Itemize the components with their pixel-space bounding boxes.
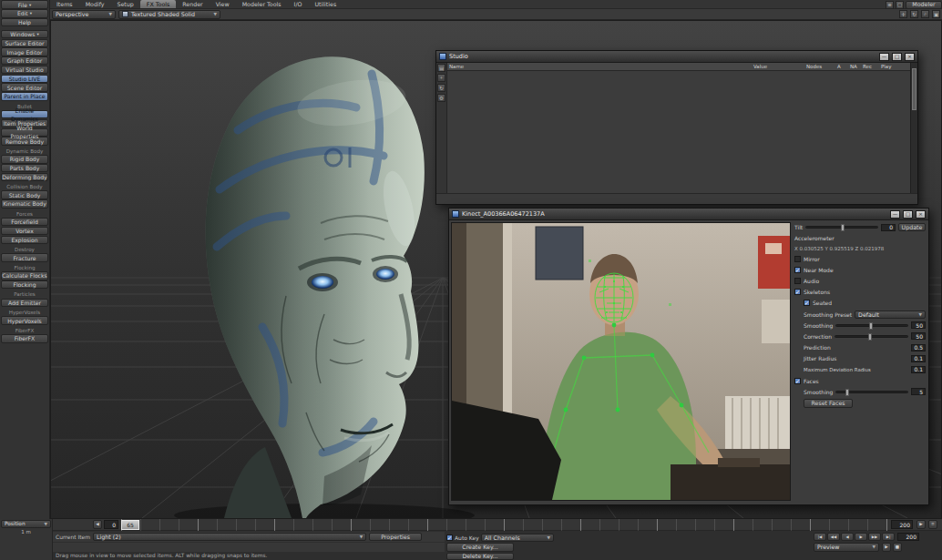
modeler-button[interactable]: Modeler <box>906 1 942 9</box>
smoothing-slider[interactable] <box>835 324 908 327</box>
sidebar-item-image-editor[interactable]: Image Editor <box>1 47 48 56</box>
autokey-checkbox[interactable]: ✓ <box>446 535 453 541</box>
tab-render[interactable]: Render <box>176 0 209 8</box>
sidebar-item-enable-dynamics[interactable]: Enable Dynamics <box>1 110 48 118</box>
studio-window[interactable]: Studio — □ × ▤ ＋ ↻ ⚙ NameValueNodesANARe… <box>435 50 918 205</box>
sidebar-item-studio-live[interactable]: Studio LIVE <box>1 75 48 83</box>
correction-value[interactable]: 50 <box>911 332 926 340</box>
jump-end-icon[interactable]: ▶| <box>882 533 895 541</box>
rotate-view-icon[interactable]: ↻ <box>910 10 918 18</box>
shading-mode-dropdown[interactable]: Textured Shaded Solid▼ <box>118 10 220 19</box>
current-item-dropdown[interactable]: Light (2)▼ <box>93 533 366 542</box>
timeline-step-back-icon[interactable]: ◀ <box>93 520 102 529</box>
pan-view-icon[interactable]: ✛ <box>899 10 907 18</box>
delete-key-button[interactable]: Delete Key... <box>446 553 514 560</box>
near-mode-checkbox[interactable]: ✓ <box>794 267 801 273</box>
alien-head-model[interactable] <box>174 56 475 518</box>
tab-i-o[interactable]: I/O <box>288 0 309 8</box>
close-icon[interactable]: × <box>905 53 915 61</box>
sidebar-item-add-emitter[interactable]: Add Emitter <box>1 299 48 307</box>
view-mode-dropdown[interactable]: Perspective▼ <box>52 10 116 19</box>
sidebar-item-flocking[interactable]: Flocking <box>1 280 48 289</box>
timeline-scrub-handle[interactable]: 65 <box>121 520 139 530</box>
tab-items[interactable]: Items <box>50 0 79 8</box>
tab-modify[interactable]: Modify <box>79 0 111 8</box>
sidebar-item-vortex[interactable]: Vortex <box>1 227 48 235</box>
timeline-end-field[interactable]: 200 <box>891 520 913 529</box>
studio-titlebar[interactable]: Studio — □ × <box>436 51 917 63</box>
prediction-value[interactable]: 0.5 <box>911 344 926 351</box>
update-button[interactable]: Update <box>898 223 926 231</box>
create-key-button[interactable]: Create Key... <box>446 543 514 552</box>
skeletons-checkbox[interactable]: ✓ <box>794 289 801 295</box>
close-icon[interactable]: × <box>916 210 926 219</box>
smoothing-preset-dropdown[interactable]: Default▼ <box>855 311 926 319</box>
edit-menu-button[interactable]: Edit▾ <box>1 9 48 17</box>
properties-button[interactable]: Properties <box>369 533 422 542</box>
correction-slider[interactable] <box>834 335 908 338</box>
mirror-checkbox[interactable] <box>794 256 801 262</box>
maximize-icon[interactable]: □ <box>892 53 902 61</box>
kinect-titlebar[interactable]: Kinect_A00366A06472137A — □ × <box>449 209 928 220</box>
window-layout-icon[interactable]: ▢ <box>896 1 904 9</box>
sidebar-item-remove-body[interactable]: Remove Body <box>1 137 48 145</box>
sidebar-item-rigid-body[interactable]: Rigid Body <box>1 155 48 163</box>
studio-refresh-icon[interactable]: ↻ <box>437 84 445 92</box>
faces-checkbox[interactable]: ✓ <box>794 378 801 384</box>
timeline-ruler[interactable]: 65 <box>121 519 888 531</box>
sidebar-item-fracture[interactable]: Fracture <box>1 253 48 261</box>
sidebar-item-surface-editor[interactable]: Surface Editor <box>1 39 48 47</box>
studio-list-icon[interactable]: ▤ <box>437 64 445 72</box>
play-forward-icon[interactable]: ▶ <box>855 533 867 541</box>
sidebar-item-scene-editor[interactable]: Scene Editor <box>1 83 48 91</box>
sidebar-item-hypervoxels[interactable]: HyperVoxels <box>1 316 48 324</box>
frame-field[interactable]: 200 <box>897 533 919 541</box>
jump-start-icon[interactable]: |◀ <box>814 533 826 541</box>
kinect-window[interactable]: Kinect_A00366A06472137A — □ × <box>448 208 929 505</box>
maximize-icon[interactable]: □ <box>903 210 913 219</box>
autokey-channels-dropdown[interactable]: All Channels▼ <box>481 534 554 542</box>
tab-modeler-tools[interactable]: Modeler Tools <box>236 0 288 8</box>
preview-stop-icon[interactable]: ■ <box>893 543 902 552</box>
tab-utilities[interactable]: Utilities <box>308 0 343 8</box>
tilt-value[interactable]: 0 <box>881 224 896 231</box>
minimize-icon[interactable]: — <box>890 210 900 219</box>
sidebar-item-kinematic-body[interactable]: Kinematic Body <box>1 199 48 208</box>
jitter-radius-value[interactable]: 0.1 <box>911 355 926 362</box>
studio-scrollbar[interactable] <box>910 63 917 193</box>
sidebar-item-static-body[interactable]: Static Body <box>1 190 48 199</box>
position-mode-dropdown[interactable]: Position▼ <box>1 520 51 528</box>
sidebar-item-graph-editor[interactable]: Graph Editor <box>1 56 48 65</box>
sidebar-item-forcefield[interactable]: Forcefield <box>1 218 48 226</box>
file-menu-button[interactable]: File▾ <box>1 0 48 8</box>
faces-smoothing-slider[interactable] <box>835 391 908 393</box>
sidebar-item-deforming-body[interactable]: Deforming Body <box>1 173 48 181</box>
help-menu-button[interactable]: Help <box>1 18 48 26</box>
timeline-options-icon[interactable]: ≡ <box>928 520 937 529</box>
preview-dropdown[interactable]: Preview▼ <box>814 543 879 552</box>
sidebar-item-world-properties[interactable]: World Properties <box>1 128 48 137</box>
smoothing-value[interactable]: 50 <box>911 321 926 329</box>
sidebar-item-explosion[interactable]: Explosion <box>1 236 48 244</box>
faces-smoothing-value[interactable]: 5 <box>911 388 926 395</box>
tilt-slider[interactable] <box>805 226 878 229</box>
tab-fx-tools[interactable]: FX Tools <box>140 0 176 8</box>
sidebar-item-fiberfx[interactable]: FiberFX <box>1 334 48 342</box>
menu-list-icon[interactable]: ≡ <box>886 1 894 9</box>
sidebar-item-parts-body[interactable]: Parts Body <box>1 164 48 172</box>
sidebar-item-virtual-studio[interactable]: Virtual Studio <box>1 66 48 74</box>
tab-setup[interactable]: Setup <box>111 0 140 8</box>
timeline-start-field[interactable]: 0 <box>104 520 118 529</box>
audio-checkbox[interactable] <box>794 278 801 284</box>
sidebar-item-calculate-flocks[interactable]: Calculate Flocks <box>1 271 48 280</box>
studio-settings-icon[interactable]: ⚙ <box>437 94 445 102</box>
sidebar-item-parent-in-place[interactable]: Parent in Place <box>1 92 48 100</box>
tab-view[interactable]: View <box>210 0 236 8</box>
preview-play-icon[interactable]: ▶ <box>882 543 891 552</box>
max-deviation-radius-value[interactable]: 0.1 <box>911 366 926 373</box>
play-reverse-icon[interactable]: ◀ <box>841 533 854 541</box>
zoom-view-icon[interactable]: ⌕ <box>921 10 929 18</box>
minimize-icon[interactable]: — <box>879 53 889 61</box>
maximize-view-icon[interactable]: ▣ <box>932 10 940 18</box>
seated-checkbox[interactable]: ✓ <box>804 300 810 306</box>
